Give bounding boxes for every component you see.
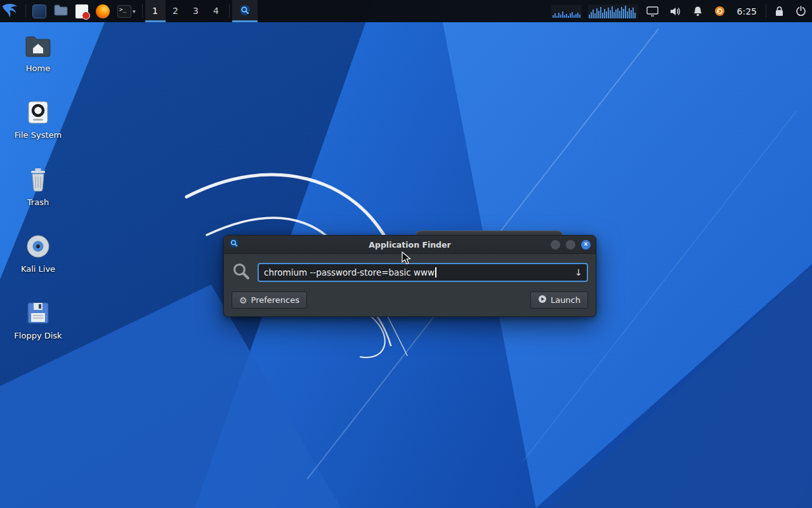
firefox-icon [96,4,110,18]
application-finder-icon [229,238,239,251]
workspace-4[interactable]: 4 [206,0,226,22]
close-button[interactable]: × [581,240,591,250]
panel-separator [229,4,230,18]
search-icon [232,262,251,283]
text-editor-launcher[interactable] [72,0,92,22]
launch-button-label: Launch [551,295,580,305]
desktop: Home File System Trash [0,0,812,508]
gear-icon: ⚙ [239,296,247,305]
minimize-button[interactable] [551,240,560,250]
desktop-icon-home[interactable]: Home [9,32,67,73]
optical-disk-icon [25,232,51,260]
preferences-button[interactable]: ⚙ Preferences [232,291,307,309]
home-folder-icon [24,32,52,60]
application-finder-taskbar-icon [239,4,251,18]
volume-icon[interactable] [664,0,687,22]
cpu-graph-small[interactable] [551,5,582,18]
panel-separator [25,4,26,18]
workspace-3[interactable]: 3 [186,0,206,22]
search-input[interactable]: chromium --password-store=basic www ↓ [258,263,588,282]
lock-screen-icon[interactable] [769,0,790,22]
system-load-graph[interactable] [588,4,638,18]
workspace-2[interactable]: 2 [166,0,186,22]
notifications-bell-icon[interactable] [687,0,709,22]
launch-icon [538,295,547,305]
file-manager-icon [32,4,46,18]
folder-icon [54,4,68,18]
desktop-icon-file-system[interactable]: File System [9,98,67,140]
terminal-icon: >_ [117,5,131,18]
desktop-icon-floppy-disk[interactable]: Floppy Disk [9,299,67,340]
sync-status-icon[interactable] [709,0,731,22]
dropdown-arrow-icon[interactable]: ↓ [575,267,582,277]
file-manager-launcher[interactable] [29,0,50,22]
preferences-button-label: Preferences [251,295,299,305]
workspace-switcher: 1 2 3 4 [145,0,226,22]
chevron-down-icon: ▾ [133,8,136,15]
top-panel: >_ ▾ 1 2 3 4 [0,0,812,22]
desktop-icon-label: Trash [27,198,49,207]
terminal-launcher[interactable]: >_ ▾ [114,0,140,22]
window-title: Application Finder [224,240,596,250]
folder-launcher[interactable] [50,0,72,22]
application-finder-window: Application Finder × chromium --passwo [223,235,596,317]
titlebar[interactable]: Application Finder × [224,236,596,254]
clock[interactable]: 6:25 [731,0,763,22]
kali-menu-button[interactable] [0,0,23,22]
workspace-1[interactable]: 1 [145,0,166,22]
desktop-icon-label: Floppy Disk [14,331,62,340]
panel-separator [766,4,766,18]
launch-button[interactable]: Launch [530,291,588,309]
search-input-value: chromium --password-store=basic www [264,267,435,277]
trash-icon [27,166,49,194]
file-system-drive-icon [25,98,51,126]
text-editor-icon [75,4,88,18]
logout-power-icon[interactable] [790,0,812,22]
desktop-icon-column: Home File System Trash [9,32,67,340]
kali-logo-icon [1,1,20,21]
desktop-icon-label: Home [26,64,50,73]
maximize-button[interactable] [566,240,575,250]
desktop-icon-kali-live[interactable]: Kali Live [9,232,67,274]
close-icon: × [584,241,588,248]
finder-body: chromium --password-store=basic www ↓ ⚙ … [224,254,596,316]
taskbar-application-finder[interactable] [232,0,258,22]
desktop-icon-label: Kali Live [21,265,55,274]
text-caret [435,267,436,277]
desktop-icon-label: File System [15,131,62,140]
display-icon[interactable] [641,0,664,22]
firefox-launcher[interactable] [92,0,114,22]
floppy-disk-icon [26,299,50,327]
desktop-icon-trash[interactable]: Trash [9,166,67,207]
panel-separator [142,4,143,18]
